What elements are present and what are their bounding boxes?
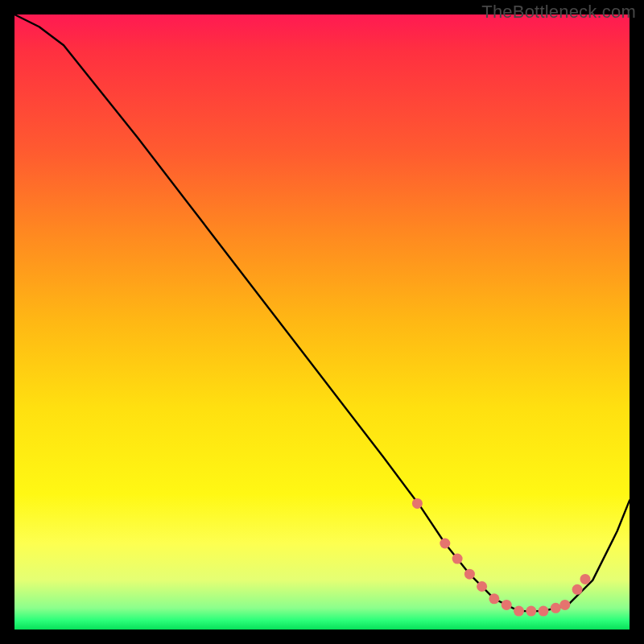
highlighted-points [412,498,591,617]
watermark-text: TheBottleneck.com [481,2,636,23]
marker-point [464,569,475,580]
marker-point [572,584,583,595]
marker-point [502,600,512,610]
marker-point [551,603,561,613]
plot-svg [14,14,630,630]
marker-point [412,498,423,509]
marker-point [580,574,591,584]
marker-point [477,581,487,592]
marker-point [514,606,524,617]
marker-point [559,600,570,610]
bottleneck-curve [14,14,630,611]
marker-point [452,554,463,564]
marker-point [526,606,536,617]
chart-area [14,14,630,630]
marker-point [539,606,549,617]
marker-point [489,593,499,604]
marker-point [440,539,450,549]
